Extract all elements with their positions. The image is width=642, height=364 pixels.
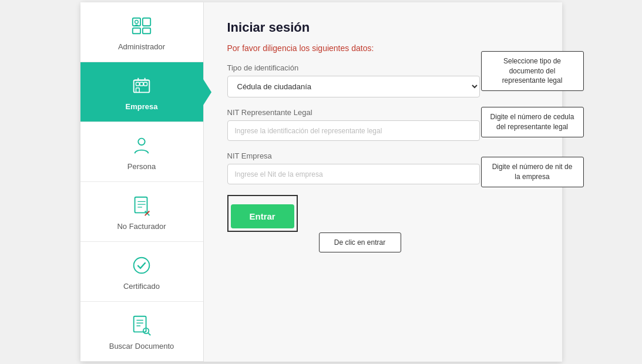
sidebar-item-administrador[interactable]: Administrador (80, 2, 203, 62)
admin-icon (129, 13, 154, 39)
main-panel: Iniciar sesión Por favor diligencia los … (204, 2, 562, 362)
persona-icon (129, 133, 154, 159)
main-container: Administrador Empresa (80, 2, 562, 362)
svg-rect-2 (133, 28, 140, 34)
tooltip-cedula: Digite el número de cedula del represent… (481, 107, 584, 137)
sidebar-label-buscar-documento: Buscar Documento (109, 342, 174, 350)
svg-rect-3 (143, 28, 150, 34)
nit-emp-input[interactable] (227, 164, 480, 184)
sidebar-label-no-facturador: No Facturador (117, 222, 166, 231)
sidebar-item-certificado[interactable]: Certificado (80, 242, 203, 302)
no-facturador-icon (129, 193, 154, 218)
sidebar-label-persona: Persona (127, 162, 156, 171)
svg-rect-6 (136, 82, 140, 86)
id-type-select[interactable]: Cédula de ciudadanía Cédula de extranjer… (227, 76, 480, 97)
svg-rect-1 (143, 18, 150, 26)
svg-rect-7 (144, 82, 147, 86)
svg-rect-15 (134, 316, 146, 332)
certificado-icon (129, 252, 154, 278)
sidebar-item-persona[interactable]: Persona (80, 122, 203, 182)
sidebar-item-no-facturador[interactable]: No Facturador (80, 182, 203, 242)
svg-line-17 (148, 333, 150, 335)
sidebar: Administrador Empresa (80, 2, 204, 362)
nit-rep-input[interactable] (227, 120, 480, 141)
sidebar-label-administrador: Administrador (118, 42, 165, 51)
tooltip-enter: De clic en entrar (319, 232, 401, 253)
btn-area: Entrar (227, 195, 539, 232)
svg-point-10 (138, 139, 144, 145)
svg-rect-9 (140, 82, 143, 86)
svg-point-14 (134, 258, 150, 274)
sidebar-item-buscar-documento[interactable]: Buscar Documento (80, 302, 203, 362)
sidebar-item-empresa[interactable]: Empresa (80, 62, 203, 122)
sidebar-label-empresa: Empresa (126, 102, 158, 111)
svg-rect-8 (136, 88, 140, 93)
empresa-icon (129, 73, 154, 99)
svg-rect-11 (135, 197, 147, 213)
sidebar-label-certificado: Certificado (123, 282, 160, 291)
enter-button[interactable]: Entrar (231, 204, 294, 228)
buscar-documento-icon (129, 312, 154, 338)
tooltip-doctype: Seleccione tipo de documento del represe… (481, 51, 584, 91)
form-title: Iniciar sesión (227, 20, 539, 35)
svg-point-4 (135, 21, 139, 24)
tooltip-nit-empresa: Digite el número de nit de la empresa (481, 157, 584, 187)
